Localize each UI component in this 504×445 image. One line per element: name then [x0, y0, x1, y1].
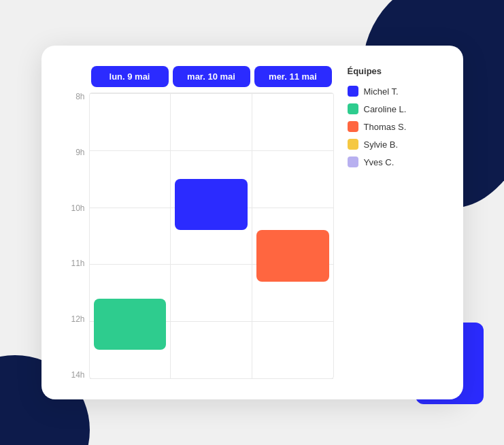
grid-col-tue — [171, 93, 252, 378]
legend-items: Michel T. Caroline L. Thomas S. Sylvie B… — [348, 86, 443, 167]
legend-title: Équipes — [348, 66, 443, 76]
grid-columns — [89, 93, 334, 379]
legend-item-caroline: Caroline L. — [348, 103, 443, 114]
event-thomas[interactable] — [256, 230, 329, 281]
legend-label-caroline: Caroline L. — [364, 104, 407, 114]
grid-line-5 — [90, 378, 333, 379]
legend-dot-michel — [348, 86, 358, 97]
main-card: lun. 9 mai mar. 10 mai mer. 11 mai 8h 9h… — [41, 46, 463, 399]
card-inner: lun. 9 mai mar. 10 mai mer. 11 mai 8h 9h… — [62, 66, 443, 379]
time-grid: 8h 9h 10h 11h 12h 14h — [62, 93, 334, 379]
day-header-tue[interactable]: mar. 10 mai — [173, 66, 250, 87]
legend-label-thomas: Thomas S. — [364, 122, 407, 132]
day-header-mon[interactable]: lun. 9 mai — [91, 66, 169, 87]
legend-item-sylvie: Sylvie B. — [348, 139, 443, 150]
legend-dot-thomas — [348, 121, 358, 132]
grid-col-mon — [90, 93, 171, 378]
time-label-12h: 12h — [62, 315, 89, 323]
grid-col-wed — [252, 93, 333, 378]
event-caroline[interactable] — [94, 299, 167, 350]
time-label-9h: 9h — [62, 148, 89, 156]
event-michel[interactable] — [175, 179, 248, 230]
legend-dot-yves — [348, 156, 358, 167]
time-label-14h: 14h — [62, 371, 89, 379]
time-label-8h: 8h — [62, 93, 89, 101]
legend-label-yves: Yves C. — [364, 157, 394, 167]
legend-label-sylvie: Sylvie B. — [364, 139, 399, 150]
day-header-wed[interactable]: mer. 11 mai — [254, 66, 332, 87]
time-label-11h: 11h — [62, 259, 89, 267]
calendar-section: lun. 9 mai mar. 10 mai mer. 11 mai 8h 9h… — [62, 66, 334, 379]
legend-section: Équipes Michel T. Caroline L. Thomas S. … — [348, 66, 443, 379]
legend-label-michel: Michel T. — [364, 86, 399, 97]
legend-item-yves: Yves C. — [348, 156, 443, 167]
legend-item-thomas: Thomas S. — [348, 121, 443, 132]
legend-item-michel: Michel T. — [348, 86, 443, 97]
legend-dot-sylvie — [348, 139, 358, 150]
time-labels: 8h 9h 10h 11h 12h 14h — [62, 93, 89, 379]
time-label-10h: 10h — [62, 204, 89, 212]
day-headers-row: lun. 9 mai mar. 10 mai mer. 11 mai — [89, 66, 334, 87]
legend-dot-caroline — [348, 103, 358, 114]
